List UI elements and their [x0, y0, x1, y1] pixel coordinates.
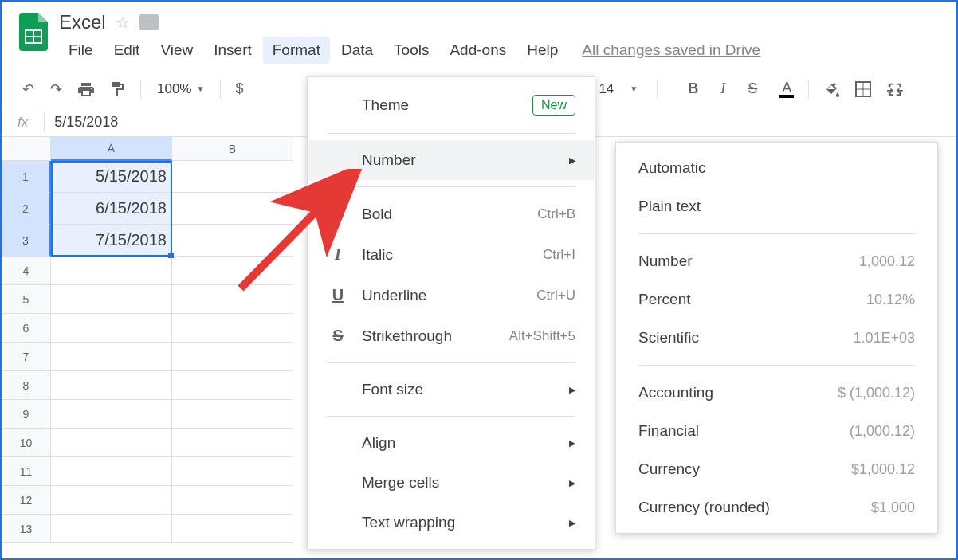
cell-a8[interactable] [51, 371, 172, 400]
menu-addons[interactable]: Add-ons [440, 37, 516, 64]
number-currency[interactable]: Currency$1,000.12 [616, 450, 937, 488]
cell-a7[interactable] [51, 343, 172, 371]
star-icon[interactable]: ☆ [116, 13, 130, 32]
menu-data[interactable]: Data [332, 37, 383, 64]
toolbar-separator [808, 80, 809, 99]
row-header-9[interactable]: 9 [2, 400, 51, 429]
text-color-button[interactable]: A [775, 75, 799, 103]
shortcut-label: Ctrl+I [543, 247, 575, 263]
cell-a5[interactable] [51, 285, 172, 314]
number-number[interactable]: Number1,000.12 [616, 242, 937, 280]
format-bold[interactable]: B Bold Ctrl+B [308, 194, 595, 234]
row-header-11[interactable]: 11 [2, 457, 51, 486]
document-title[interactable]: Excel [59, 11, 106, 33]
number-automatic[interactable]: Automatic [616, 149, 937, 187]
row-header-7[interactable]: 7 [2, 343, 51, 371]
merge-cells-icon[interactable] [882, 77, 909, 101]
format-number[interactable]: Number ▶ [308, 140, 595, 180]
row-header-6[interactable]: 6 [2, 314, 51, 343]
cell-a1[interactable]: 5/15/2018 [51, 161, 172, 193]
format-wrap[interactable]: Text wrapping ▶ [308, 503, 595, 542]
menu-help[interactable]: Help [517, 37, 567, 64]
menu-view[interactable]: View [151, 37, 202, 64]
undo-icon[interactable]: ↶ [18, 76, 39, 103]
row-header-1[interactable]: 1 [2, 161, 51, 193]
row-header-3[interactable]: 3 [2, 225, 51, 257]
number-currency-rounded[interactable]: Currency (rounded)$1,000 [616, 488, 937, 527]
cell-b5[interactable] [172, 285, 293, 314]
row-header-12[interactable]: 12 [2, 486, 51, 515]
folder-icon[interactable] [139, 14, 159, 30]
cell-b11[interactable] [172, 457, 293, 486]
menu-format[interactable]: Format [263, 37, 330, 64]
italic-button[interactable]: I [716, 76, 730, 102]
number-percent[interactable]: Percent10.12% [616, 280, 937, 319]
column-header-b[interactable]: B [172, 137, 293, 161]
format-italic[interactable]: I Italic Ctrl+I [308, 234, 595, 275]
menu-divider [327, 416, 575, 417]
number-plaintext[interactable]: Plain text [616, 187, 937, 225]
format-theme[interactable]: Theme New [308, 84, 595, 127]
format-align[interactable]: Align ▶ [308, 423, 595, 463]
number-scientific[interactable]: Scientific1.01E+03 [616, 319, 937, 357]
row-header-8[interactable]: 8 [2, 371, 51, 400]
cell-b13[interactable] [172, 515, 293, 543]
fill-color-icon[interactable] [819, 76, 844, 102]
cell-a12[interactable] [51, 486, 172, 515]
cell-b8[interactable] [172, 371, 293, 400]
number-accounting[interactable]: Accounting$ (1,000.12) [616, 374, 937, 412]
format-theme-label: Theme [362, 96, 532, 114]
column-header-a[interactable]: A [51, 137, 172, 161]
row-header-5[interactable]: 5 [2, 285, 51, 314]
currency-format-button[interactable]: $ [230, 76, 248, 102]
cell-b6[interactable] [172, 314, 293, 343]
dropdown-arrow-icon: ▼ [196, 84, 204, 93]
cell-a6[interactable] [51, 314, 172, 343]
print-icon[interactable] [73, 77, 99, 101]
strikethrough-button[interactable]: S [743, 76, 762, 102]
paint-format-icon[interactable] [105, 76, 131, 102]
cell-b12[interactable] [172, 486, 293, 515]
menu-file[interactable]: File [59, 37, 103, 64]
bold-button[interactable]: B [683, 76, 703, 102]
cell-a3[interactable]: 7/15/2018 [51, 225, 172, 257]
borders-icon[interactable] [850, 76, 876, 102]
cell-b1[interactable] [172, 161, 293, 193]
select-all-corner[interactable] [2, 137, 51, 161]
cell-a9[interactable] [51, 400, 172, 429]
format-align-label: Align [362, 434, 569, 452]
format-wrap-label: Text wrapping [362, 514, 569, 531]
cell-a2[interactable]: 6/15/2018 [51, 193, 172, 225]
font-size-dropdown[interactable]: 14 ▼ [589, 78, 647, 100]
sheets-logo-icon [18, 11, 49, 53]
menu-insert[interactable]: Insert [204, 37, 261, 64]
cell-a4[interactable] [51, 257, 172, 285]
zoom-value: 100% [157, 81, 191, 97]
cell-b3[interactable] [172, 225, 293, 257]
cell-b2[interactable] [172, 193, 293, 225]
row-header-13[interactable]: 13 [2, 515, 51, 543]
row-header-10[interactable]: 10 [2, 429, 51, 457]
number-financial[interactable]: Financial(1,000.12) [616, 412, 937, 450]
row-header-4[interactable]: 4 [2, 257, 51, 285]
format-merge-label: Merge cells [362, 474, 569, 491]
cell-b7[interactable] [172, 343, 293, 371]
format-underline[interactable]: U Underline Ctrl+U [308, 275, 595, 315]
fx-label: fx [18, 115, 28, 131]
format-strikethrough[interactable]: S Strikethrough Alt+Shift+5 [308, 315, 595, 356]
row-header-2[interactable]: 2 [2, 193, 51, 225]
menubar: File Edit View Insert Format Data Tools … [59, 37, 760, 64]
cell-a10[interactable] [51, 429, 172, 457]
cell-b9[interactable] [172, 400, 293, 429]
save-status[interactable]: All changes saved in Drive [582, 41, 760, 59]
cell-a13[interactable] [51, 515, 172, 543]
format-fontsize[interactable]: Font size ▶ [308, 370, 595, 409]
menu-edit[interactable]: Edit [104, 37, 150, 64]
redo-icon[interactable]: ↷ [45, 76, 67, 103]
menu-tools[interactable]: Tools [384, 37, 438, 64]
cell-b4[interactable] [172, 257, 293, 285]
cell-b10[interactable] [172, 429, 293, 457]
format-merge[interactable]: Merge cells ▶ [308, 463, 595, 503]
zoom-dropdown[interactable]: 100% ▼ [151, 78, 210, 100]
cell-a11[interactable] [51, 457, 172, 486]
